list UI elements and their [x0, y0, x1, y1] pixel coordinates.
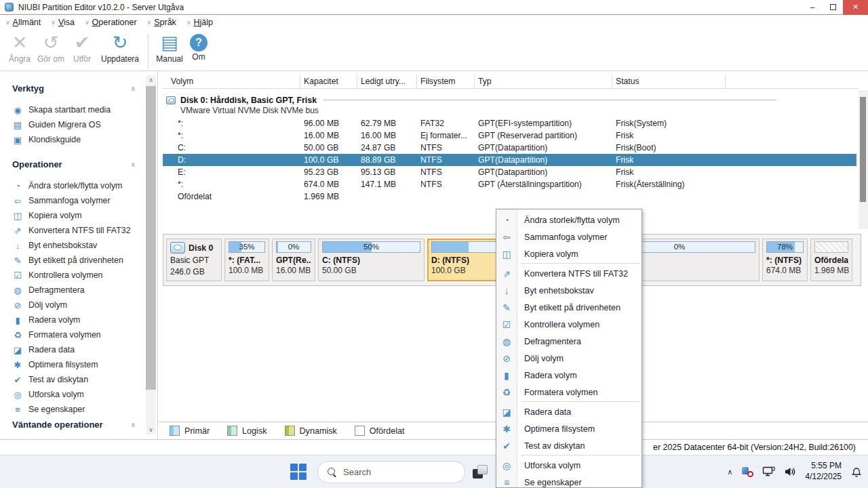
cell-free: 147.1 MB	[357, 180, 417, 189]
menu-hjalp[interactable]: ∨Hjälp	[186, 18, 213, 27]
menu-visa[interactable]: ∨Visa	[51, 18, 75, 27]
context-menu-item[interactable]: ◎ Utforska volym	[496, 457, 642, 474]
usage-bar: 35%	[229, 241, 265, 253]
sidebar-item[interactable]: ◉ Skapa startbart media	[12, 102, 157, 117]
legend-item: Primär	[170, 426, 210, 436]
disk-scheme: Basic GPT	[170, 256, 218, 265]
refresh-button[interactable]: ↻ Uppdatera	[98, 32, 142, 64]
column-status[interactable]: Status	[612, 75, 726, 88]
restore-button[interactable]	[823, 0, 843, 15]
volume-icon[interactable]	[784, 466, 797, 477]
collapse-icon[interactable]: ∧	[131, 157, 136, 173]
sidebar-section-pending-operations[interactable]: Väntande operationer ∧	[12, 418, 157, 432]
sidebar-item[interactable]: ▣ Klondiskguide	[12, 132, 157, 147]
context-menu-item[interactable]: ✎ Byt etikett på drivenheten	[496, 299, 642, 316]
column-ledigt[interactable]: Ledigt utry...	[357, 75, 417, 88]
menu-allmant[interactable]: ∨Allmänt	[5, 18, 41, 27]
context-menu-item[interactable]: ☑ Kontrollera volymen	[496, 316, 642, 333]
cell-volume: C:	[163, 143, 300, 152]
sidebar-item[interactable]: ▮ Radera volym	[12, 312, 157, 327]
notification-bell-icon[interactable]	[850, 466, 863, 478]
disk-group-row[interactable]: Disk 0: Hårddisk, Basic GPT, Frisk VMwar…	[163, 93, 856, 117]
table-row[interactable]: E: 95.23 GB 95.13 GB NTFS GPT(Datapartit…	[163, 166, 856, 178]
minimize-button[interactable]: –	[802, 0, 823, 15]
context-menu-item[interactable]: ▮ Radera volym	[496, 367, 642, 384]
clock[interactable]: 5:55 PM 4/12/2025	[806, 461, 842, 482]
sidebar-item[interactable]: ✎ Byt etikett på drivenheten	[12, 253, 157, 268]
network-icon[interactable]	[762, 466, 775, 478]
search-input[interactable]: Search	[317, 461, 465, 483]
sidebar-item[interactable]: ◍ Defragmentera	[12, 283, 157, 298]
sidebar-item[interactable]: ⊘ Dölj volym	[12, 298, 157, 312]
scrollbar-thumb[interactable]	[860, 97, 866, 202]
table-row[interactable]: *: 16.00 MB 16.00 MB Ej formater... GPT …	[163, 129, 856, 142]
partition-size: 674.0 MB	[766, 266, 804, 275]
context-menu-item[interactable]: ◫ Kopiera volym	[496, 245, 642, 262]
table-scrollbar[interactable]	[859, 90, 868, 229]
disk-info-block[interactable]: Disk 0 Basic GPT 246.0 GB	[166, 239, 222, 281]
task-view-button[interactable]	[473, 465, 488, 479]
partition-block[interactable]: 0% GPT(Re... 16.00 MB	[272, 239, 315, 281]
sidebar-item[interactable]: ◫ Kopiera volym	[12, 208, 157, 223]
column-volym[interactable]: Volym	[163, 75, 300, 88]
collapse-icon[interactable]: ∧	[131, 418, 136, 432]
about-button[interactable]: ? Om	[185, 32, 212, 62]
context-menu-item[interactable]: ✔ Test av diskytan	[496, 437, 642, 454]
cd-icon: ◉	[12, 105, 23, 115]
menu-separator	[521, 401, 639, 402]
context-menu-item[interactable]: ⇗ Konvertera NTFS till FAT32	[496, 265, 642, 282]
scroll-down-icon[interactable]: ∨	[146, 425, 156, 434]
context-menu-item[interactable]: ◍ Defragmentera	[496, 333, 642, 350]
partition-block[interactable]: 50% C: (NTFS) 50.00 GB	[318, 239, 425, 281]
context-menu-item[interactable]: ⊘ Dölj volym	[496, 350, 642, 367]
cell-capacity: 1.969 MB	[300, 192, 357, 201]
manual-button[interactable]: ▤ Manual	[154, 32, 185, 64]
partition-block[interactable]: 78% *: (NTFS) 674.0 MB	[762, 239, 808, 281]
table-row[interactable]: *: 96.00 MB 62.79 MB FAT32 GPT(EFI-syste…	[163, 117, 856, 129]
sidebar-item[interactable]: ✔ Test av diskytan	[12, 372, 157, 387]
sidebar-item[interactable]: ☑ Kontrollera volymen	[12, 268, 157, 283]
context-menu-item[interactable]: ◪ Radera data	[496, 403, 642, 420]
table-row[interactable]: *: 674.0 MB 147.1 MB NTFS GPT (Återställ…	[163, 178, 856, 190]
close-button[interactable]: ✕	[843, 0, 868, 15]
sidebar-section-verktyg[interactable]: Verktyg ∧	[12, 81, 157, 97]
sidebar-item[interactable]: ≡ Se egenskaper	[12, 402, 157, 417]
sidebar-item[interactable]: ▤ Guiden Migrera OS	[12, 117, 157, 132]
sidebar-item[interactable]: ↓ Byt enhetsbokstav	[12, 238, 157, 253]
context-menu-item[interactable]: ◔ Ändra storlek/flytta volym	[496, 211, 642, 228]
partition-block[interactable]: 35% *: (FAT... 100.0 MB	[224, 239, 269, 281]
context-menu-item[interactable]: ↓ Byt enhetsbokstav	[496, 282, 642, 299]
context-menu-item[interactable]: ♻ Formatera volymen	[496, 384, 642, 401]
check-volume-icon: ☑	[12, 270, 23, 281]
tray-device-icon[interactable]	[742, 466, 753, 477]
column-kapacitet[interactable]: Kapacitet	[300, 75, 357, 88]
table-row[interactable]: C: 50.00 GB 24.87 GB NTFS GPT(Datapartit…	[163, 142, 856, 154]
column-typ[interactable]: Typ	[475, 75, 612, 88]
scrollbar-thumb[interactable]	[146, 86, 156, 390]
sidebar-item[interactable]: ◎ Utforska volym	[12, 387, 157, 402]
menu-operationer[interactable]: ∨Operationer	[85, 18, 137, 27]
sidebar-item[interactable]: ♻ Formatera volymen	[12, 327, 157, 342]
sidebar-item[interactable]: ⇦ Sammanfoga volymer	[12, 193, 157, 208]
surface-test-icon: ✔	[496, 441, 517, 451]
sidebar-scrollbar[interactable]: ∧ ∨	[146, 75, 156, 434]
sidebar-item[interactable]: ◪ Radera data	[12, 342, 157, 357]
start-button[interactable]	[290, 464, 307, 480]
column-filsystem[interactable]: Filsystem	[417, 75, 475, 88]
tray-chevron-up-icon[interactable]: ∧	[728, 468, 733, 476]
sidebar-item[interactable]: ⇗ Konvertera NTFS till FAT32	[12, 223, 157, 238]
sidebar-item[interactable]: ◔ Ändra storlek/flytta volym	[12, 178, 157, 193]
search-icon	[328, 468, 336, 476]
menu-sprak[interactable]: ∨Språk	[147, 18, 176, 27]
context-menu-item[interactable]: ⇦ Sammanfoga volymer	[496, 228, 642, 245]
table-row[interactable]: D: 100.0 GB 88.89 GB NTFS GPT(Datapartit…	[163, 154, 856, 166]
context-menu-item[interactable]: ≡ Se egenskaper	[496, 474, 642, 488]
sidebar-section-operationer[interactable]: Operationer ∧	[12, 157, 157, 173]
sidebar-item[interactable]: ✱ Optimera filsystem	[12, 357, 157, 372]
partition-label: *: (NTFS)	[766, 256, 804, 266]
context-menu-item[interactable]: ✱ Optimera filsystem	[496, 420, 642, 437]
scroll-up-icon[interactable]: ∧	[146, 75, 156, 85]
partition-block[interactable]: Ofördelat 1.969 MB	[810, 239, 852, 281]
collapse-icon[interactable]: ∧	[131, 81, 136, 97]
table-row[interactable]: Ofördelat 1.969 MB	[163, 190, 856, 203]
